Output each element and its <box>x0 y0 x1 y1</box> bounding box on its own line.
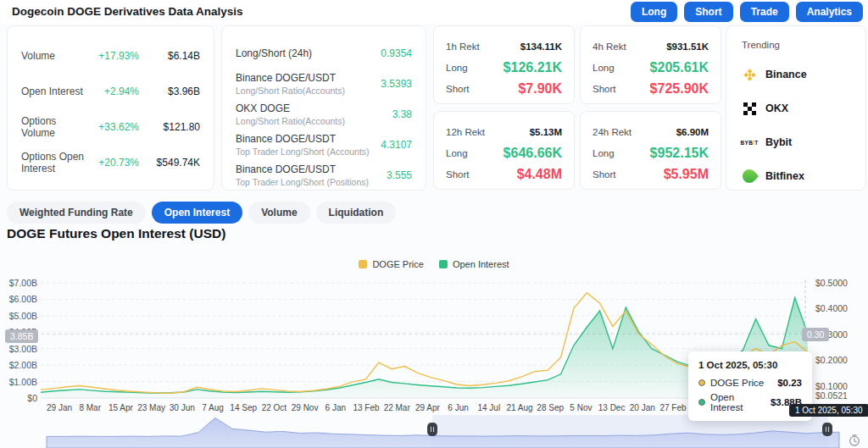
tab-volume[interactable]: Volume <box>248 202 309 224</box>
open-interest-swatch-icon <box>439 260 448 268</box>
ls-label: Long/Short (24h) <box>236 47 381 59</box>
rekt-total: $5.13M <box>530 127 562 137</box>
left-axis-value-badge: 3.85B <box>5 329 38 343</box>
tooltip-label: DOGE Price <box>710 378 772 388</box>
rekt-long-label: Long <box>593 148 615 158</box>
ls-value: 0.9354 <box>381 47 412 59</box>
trending-item-label: Bitfinex <box>765 170 804 182</box>
trending-item-label: Binance <box>765 69 807 80</box>
rekt-total: $134.11K <box>520 41 562 52</box>
rekt-card-24h: 24h Rekt$6.90M Long$952.15K Short$5.95M <box>580 111 721 190</box>
short-button[interactable]: Short <box>684 2 732 22</box>
trending-card: Trending Binance OKX BYBIT Bybit Bitfine… <box>726 25 866 191</box>
trending-item-label: Bybit <box>765 136 792 148</box>
longshort-card: Long/Short (24h) 0.9354 Binance DOGE/USD… <box>221 25 426 191</box>
stat-value: $6.14B <box>139 50 200 62</box>
chart-tabs: Weighted Funding Rate Open Interest Volu… <box>7 202 396 224</box>
rekt-title: 12h Rekt <box>446 127 485 137</box>
rekt-short-label: Short <box>446 84 470 94</box>
rekt-short-value: $7.90K <box>518 81 562 97</box>
navigator-left-handle[interactable] <box>427 423 437 436</box>
ls-label: Binance DOGE/USDT <box>236 163 387 175</box>
ls-row: OKX DOGE Long/Short Ratio(Accounts) 3.38 <box>236 100 412 128</box>
stat-label: Open Interest <box>21 86 86 97</box>
trending-item-okx[interactable]: OKX <box>742 96 850 121</box>
long-button[interactable]: Long <box>631 2 677 22</box>
ls-row: Binance DOGE/USDT Long/Short Ratio(Accou… <box>236 69 412 97</box>
rekt-long-label: Long <box>593 63 615 73</box>
ls-label: Binance DOGE/USDT <box>236 72 381 84</box>
ls-sublabel: Top Trader Long/Short (Positions) <box>236 177 387 187</box>
stat-label: Volume <box>21 50 86 62</box>
trending-item-bitfinex[interactable]: Bitfinex <box>742 163 850 189</box>
navigator-right-handle[interactable] <box>822 423 832 436</box>
rekt-title: 4h Rekt <box>593 41 626 52</box>
ls-value: 3.5393 <box>381 78 412 90</box>
stat-change: +20.73% <box>86 157 139 169</box>
ls-sublabel: Long/Short Ratio(Accounts) <box>236 86 381 96</box>
stat-row-volume: Volume +17.93% $6.14B <box>21 38 200 74</box>
time-settings-icon[interactable] <box>848 434 861 447</box>
analytics-button[interactable]: Analytics <box>796 2 863 22</box>
stat-label: Options Open Interest <box>21 151 86 174</box>
tooltip-value: $0.23 <box>777 378 802 388</box>
right-axis-value-badge: 0.30 <box>802 328 829 341</box>
trending-item-binance[interactable]: Binance <box>742 62 850 87</box>
ls-value: 4.3107 <box>381 139 412 151</box>
ls-sublabel: Top Trader Long/Short (Accounts) <box>236 147 381 157</box>
rekt-short-value: $4.48M <box>517 167 562 182</box>
rekt-card-1h: 1h Rekt$134.11K Long$126.21K Short$7.90K <box>433 25 575 104</box>
stat-change: +2.94% <box>86 86 139 97</box>
stat-label: Options Volume <box>21 115 86 139</box>
rekt-long-value: $952.15K <box>650 146 709 161</box>
stat-row-open-interest: Open Interest +2.94% $3.96B <box>21 74 200 109</box>
rekt-title: 1h Rekt <box>446 41 480 52</box>
rekt-short-label: Short <box>593 169 616 180</box>
page-title: Dogecoin DOGE Derivatives Data Analysis <box>12 5 243 18</box>
doge-price-swatch-icon <box>359 260 367 268</box>
rekt-short-value: $725.90K <box>650 81 709 97</box>
rekt-long-label: Long <box>446 63 468 73</box>
trending-item-label: OKX <box>765 102 788 114</box>
crosshair-time-badge: 1 Oct 2025, 05:30 <box>789 404 868 417</box>
rekt-short-value: $5.95M <box>664 167 709 182</box>
bitfinex-icon <box>742 169 757 184</box>
stats-card: Volume +17.93% $6.14B Open Interest +2.9… <box>7 25 214 191</box>
chart-legend: DOGE Price Open Interest <box>0 259 868 269</box>
tab-open-interest[interactable]: Open Interest <box>152 202 242 224</box>
rekt-short-label: Short <box>446 169 470 180</box>
ls-label: OKX DOGE <box>236 102 392 114</box>
ls-row: Long/Short (24h) 0.9354 <box>236 39 412 67</box>
ls-row: Binance DOGE/USDT Top Trader Long/Short … <box>236 161 412 189</box>
header-bar: Dogecoin DOGE Derivatives Data Analysis … <box>0 0 868 24</box>
stat-row-options-volume: Options Volume +33.62% $121.80 <box>21 109 200 145</box>
rekt-card-4h: 4h Rekt$931.51K Long$205.61K Short$725.9… <box>580 25 721 104</box>
rekt-long-value: $646.66K <box>504 146 562 161</box>
legend-label: DOGE Price <box>372 259 424 269</box>
ls-label: Binance DOGE/USDT <box>236 133 381 145</box>
chart-title: DOGE Futures Open Interest (USD) <box>7 226 225 241</box>
rekt-total: $931.51K <box>666 41 709 52</box>
legend-label: Open Interest <box>453 259 509 269</box>
rekt-long-value: $126.21K <box>504 60 562 75</box>
stat-row-options-open-interest: Options Open Interest +20.73% $549.74K <box>21 145 200 180</box>
tooltip-label: Open Interest <box>710 392 765 412</box>
rekt-long-value: $205.61K <box>650 60 709 75</box>
binance-icon <box>742 67 757 82</box>
stat-change: +33.62% <box>86 121 139 133</box>
tab-liquidation[interactable]: Liquidation <box>316 202 397 224</box>
trending-item-bybit[interactable]: BYBIT Bybit <box>742 130 850 155</box>
rekt-long-label: Long <box>446 148 468 158</box>
rekt-card-12h: 12h Rekt$5.13M Long$646.66K Short$4.48M <box>433 111 575 190</box>
legend-item-doge-price[interactable]: DOGE Price <box>359 259 424 269</box>
tab-weighted-funding-rate[interactable]: Weighted Funding Rate <box>7 202 146 224</box>
tooltip-row-doge-price: DOGE Price $0.23 <box>698 378 802 388</box>
ls-value: 3.555 <box>387 169 412 181</box>
stat-value: $549.74K <box>139 157 200 169</box>
trade-button[interactable]: Trade <box>740 2 789 22</box>
app-root: Dogecoin DOGE Derivatives Data Analysis … <box>0 0 868 448</box>
stat-change: +17.93% <box>86 50 139 62</box>
stat-value: $3.96B <box>139 86 200 97</box>
trending-title: Trending <box>742 40 850 50</box>
legend-item-open-interest[interactable]: Open Interest <box>439 259 509 269</box>
